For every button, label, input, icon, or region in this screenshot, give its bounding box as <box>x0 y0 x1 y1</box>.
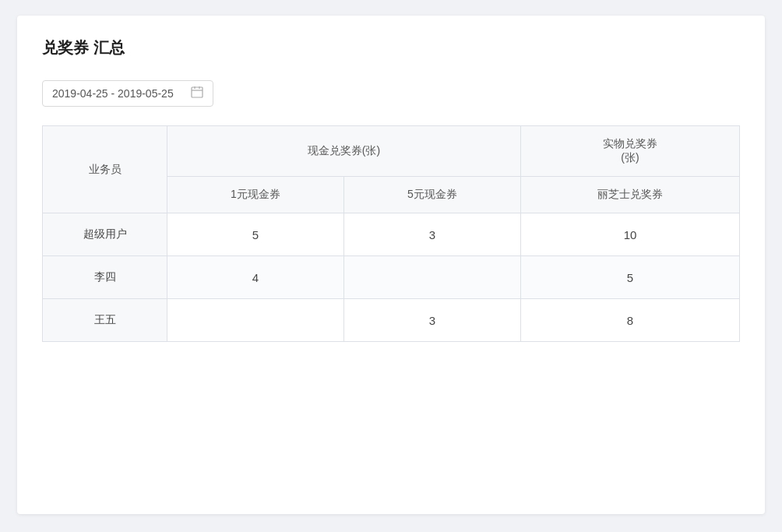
val-1yuan-cell <box>167 299 344 342</box>
val-lizhi-cell: 8 <box>520 299 739 342</box>
val-5yuan-cell: 3 <box>343 299 520 342</box>
date-picker[interactable]: 2019-04-25 - 2019-05-25 <box>42 80 213 107</box>
col-1yuan-header: 1元现金券 <box>167 177 344 213</box>
summary-table: 业务员 现金兑奖券(张) 实物兑奖券 (张) 1元现金券 5元现金券 丽芝士兑奖… <box>42 125 740 342</box>
col-group-physical-header: 实物兑奖券 (张) <box>520 126 739 177</box>
col-salesperson-header: 业务员 <box>43 126 167 213</box>
date-picker-value: 2019-04-25 - 2019-05-25 <box>52 87 183 100</box>
page-title: 兑奖券 汇总 <box>42 37 740 58</box>
table-row: 王五38 <box>43 299 740 342</box>
main-card: 兑奖券 汇总 2019-04-25 - 2019-05-25 业务员 现金兑奖券… <box>17 16 765 514</box>
salesperson-cell: 王五 <box>43 299 167 342</box>
salesperson-cell: 李四 <box>43 256 167 299</box>
val-1yuan-cell: 5 <box>167 213 344 256</box>
val-5yuan-cell: 3 <box>343 213 520 256</box>
header-row-1: 业务员 现金兑奖券(张) 实物兑奖券 (张) <box>43 126 740 177</box>
salesperson-cell: 超级用户 <box>43 213 167 256</box>
col-5yuan-header: 5元现金券 <box>343 177 520 213</box>
calendar-icon <box>191 86 203 101</box>
val-5yuan-cell <box>343 256 520 299</box>
val-lizhi-cell: 10 <box>520 213 739 256</box>
val-lizhi-cell: 5 <box>520 256 739 299</box>
col-lizhi-header: 丽芝士兑奖券 <box>520 177 739 213</box>
table-row: 超级用户5310 <box>43 213 740 256</box>
svg-rect-0 <box>192 87 203 97</box>
col-group-cash-header: 现金兑奖券(张) <box>167 126 521 177</box>
date-picker-wrapper: 2019-04-25 - 2019-05-25 <box>42 80 740 107</box>
val-1yuan-cell: 4 <box>167 256 344 299</box>
table-row: 李四45 <box>43 256 740 299</box>
